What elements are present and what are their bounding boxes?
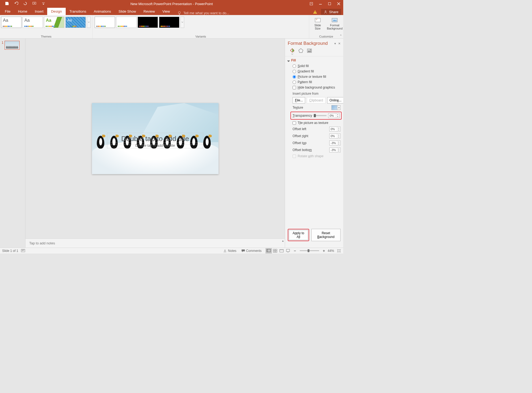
themes-group: Aa Aa Aa Aa Themes [0, 15, 92, 38]
comments-button[interactable]: Comments [240, 249, 263, 253]
canvas-area[interactable]: Double tap to add title Double tap to ad… [25, 39, 285, 238]
svg-rect-12 [273, 249, 275, 251]
reset-background-button[interactable]: Reset Background [311, 229, 341, 241]
variant-thumb[interactable] [138, 17, 158, 28]
fit-to-window-icon[interactable] [337, 249, 341, 253]
close-button[interactable] [334, 0, 343, 8]
svg-rect-2 [328, 3, 331, 5]
gradient-fill-option[interactable]: Gradient fill [285, 69, 343, 74]
texture-row: Texture ▾ [285, 104, 343, 111]
tab-transitions[interactable]: Transitions [66, 8, 90, 15]
collapse-ribbon-icon[interactable]: ⌃ [339, 34, 342, 38]
qat-more-icon[interactable] [41, 1, 46, 6]
spellcheck-icon[interactable] [21, 249, 25, 253]
warning-icon[interactable] [313, 10, 317, 14]
slideshow-view-icon[interactable] [285, 248, 291, 254]
offset-right-input[interactable]: 0%▲▼ [329, 134, 341, 138]
notes-button[interactable]: Notes [222, 249, 237, 253]
undo-icon[interactable] [14, 1, 18, 6]
transparency-slider[interactable] [314, 115, 327, 116]
svg-point-8 [310, 49, 311, 50]
pane-close-icon[interactable]: ✕ [338, 42, 341, 45]
fill-tab-icon[interactable] [289, 48, 295, 54]
slide-canvas[interactable]: Double tap to add title Double tap to ad… [92, 103, 219, 174]
file-button[interactable]: File... [293, 97, 305, 104]
online-button[interactable]: Online... [327, 97, 343, 104]
svg-rect-11 [267, 249, 268, 252]
effects-tab-icon[interactable] [298, 48, 304, 54]
variant-thumb[interactable] [116, 17, 136, 28]
svg-rect-19 [338, 250, 340, 252]
share-button[interactable]: Share [321, 9, 341, 15]
themes-label: Themes [0, 35, 92, 38]
slide-thumbnail[interactable] [5, 41, 20, 50]
texture-swatch[interactable] [331, 105, 337, 110]
subtitle-placeholder[interactable]: Double tap to add subtitle [107, 143, 203, 148]
tab-review[interactable]: Review [140, 8, 159, 15]
theme-office[interactable]: Aa [1, 17, 21, 28]
svg-rect-17 [280, 249, 283, 250]
svg-rect-1 [310, 2, 313, 5]
svg-point-4 [325, 10, 326, 12]
save-icon[interactable] [5, 1, 9, 6]
theme-thumb[interactable]: Aa [65, 17, 86, 28]
theme-thumb[interactable]: Aa [23, 17, 43, 28]
picture-tab-icon[interactable] [306, 48, 312, 54]
start-from-beginning-icon[interactable] [32, 1, 36, 6]
svg-rect-13 [275, 249, 277, 251]
offset-top-input[interactable]: -3%▲▼ [329, 141, 341, 145]
sorter-view-icon[interactable] [272, 248, 278, 254]
zoom-slider[interactable] [300, 250, 319, 251]
zoom-in-icon[interactable]: + [323, 249, 325, 253]
tab-file[interactable]: File [1, 8, 14, 15]
clipboard-button: Clipboard [307, 97, 325, 104]
theme-thumb[interactable]: Aa [44, 17, 64, 28]
lightbulb-icon [178, 11, 181, 15]
tell-me-search[interactable]: Tell me what you want to do... [178, 11, 229, 15]
zoom-out-icon[interactable]: − [294, 249, 296, 253]
tab-view[interactable]: View [159, 8, 174, 15]
ribbon-display-options-icon[interactable] [307, 0, 316, 8]
customize-group: Slide Size Format Background Customize [309, 15, 343, 38]
themes-more-button[interactable] [87, 17, 91, 28]
redo-icon[interactable] [23, 1, 27, 6]
variants-more-button[interactable] [180, 17, 184, 28]
transparency-input[interactable]: 0%▲▼ [328, 113, 339, 118]
variants-label: Variants [93, 35, 309, 38]
pane-options-icon[interactable]: ▾ [334, 42, 336, 45]
normal-view-icon[interactable] [265, 248, 272, 254]
zoom-level[interactable]: 44% [328, 249, 334, 253]
reading-view-icon[interactable] [278, 248, 285, 254]
solid-fill-option[interactable]: Solid fill [285, 63, 343, 69]
svg-rect-5 [315, 18, 320, 22]
fill-section-header[interactable]: Fill [285, 56, 343, 63]
texture-dropdown[interactable]: ▾ [337, 105, 341, 110]
variant-thumb[interactable] [95, 17, 115, 28]
scroll-up-icon[interactable]: ▲ [282, 239, 284, 242]
apply-to-all-button[interactable]: Apply to All [289, 230, 308, 240]
customize-label: Customize [309, 35, 343, 38]
slide-indicator[interactable]: Slide 1 of 1 [2, 249, 18, 253]
picture-fill-option[interactable]: Picture or texture fill [285, 74, 343, 79]
slide-number: 1 [2, 41, 3, 50]
offset-bottom-input[interactable]: -3%▲▼ [329, 148, 341, 152]
tab-home[interactable]: Home [14, 8, 31, 15]
rotate-option: Rotate with shape [285, 153, 343, 159]
tab-design[interactable]: Design [47, 8, 65, 15]
pattern-fill-option[interactable]: Pattern fill [285, 79, 343, 85]
notes-pane[interactable]: Tap to add notes ▲ [25, 238, 285, 248]
offset-left-input[interactable]: 0%▲▼ [329, 127, 341, 131]
variant-thumb[interactable] [159, 17, 179, 28]
svg-rect-18 [286, 249, 290, 252]
window-buttons [307, 0, 343, 8]
tab-slideshow[interactable]: Slide Show [115, 8, 140, 15]
hide-bg-option[interactable]: Hide background graphics [285, 85, 343, 90]
minimize-button[interactable] [316, 0, 325, 8]
tile-option[interactable]: Tile picture as texture [285, 120, 343, 126]
tab-animations[interactable]: Animations [90, 8, 115, 15]
tab-insert[interactable]: Insert [31, 8, 47, 15]
maximize-button[interactable] [325, 0, 334, 8]
title-bar: New Microsoft PowerPoint Presentation - … [0, 0, 343, 8]
slide-panel: 1 [0, 39, 25, 248]
status-bar: Slide 1 of 1 Notes Comments − + 44% [0, 248, 343, 254]
